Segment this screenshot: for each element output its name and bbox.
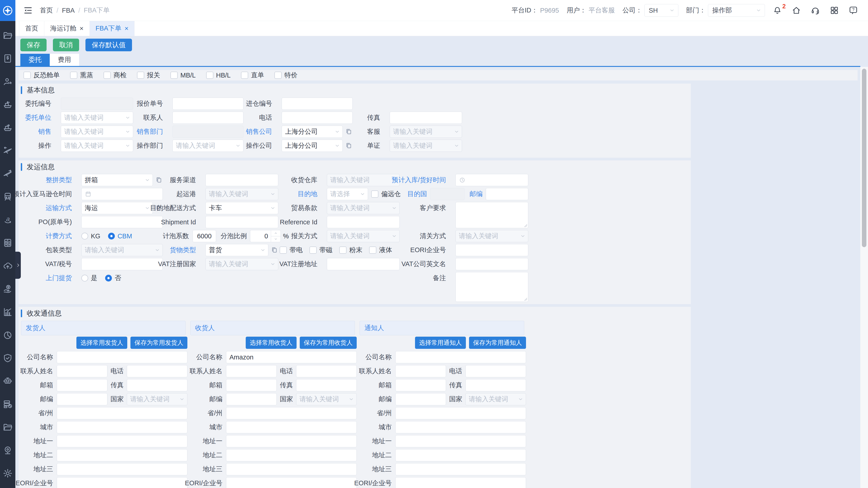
copy-icon[interactable] [271,246,278,254]
checkbox[interactable] [371,191,378,198]
radio-icon[interactable] [81,233,88,239]
consol-type-select[interactable]: 拼箱 [81,174,153,186]
checkbox[interactable] [274,72,282,79]
folder-icon[interactable] [3,31,13,40]
eori-input[interactable] [456,244,528,256]
bar-chart-icon[interactable] [3,307,13,317]
trade-terms-select[interactable]: 请输入关键词 [327,202,400,214]
shipper-email-input[interactable] [57,379,107,391]
notify-eori-input[interactable] [395,477,526,488]
vat-company-input[interactable] [456,258,528,270]
vat-no-input[interactable] [81,258,163,270]
select-common-shipper-button[interactable]: 选择常用发货人 [76,337,127,349]
consignee-addr1-input[interactable] [226,435,357,447]
checkbox[interactable] [309,247,317,254]
zip-input[interactable] [486,188,528,200]
consignee-addr2-input[interactable] [226,449,357,461]
checkbox[interactable] [206,72,213,79]
checkbox[interactable] [103,72,111,79]
page-tab-2[interactable]: 海运订舱× [44,21,90,36]
hand-coin-icon[interactable] [3,284,13,294]
consignee-contact-input[interactable] [226,365,277,377]
cargo-flag-checkbox-item[interactable]: 粉末 [339,246,362,255]
pickup-radio-是[interactable]: 是 [81,273,97,283]
notify-city-input[interactable] [395,421,526,433]
invoice-icon[interactable] [3,54,13,64]
remark-textarea[interactable] [456,272,528,302]
select-common-notify-button[interactable]: 选择常用通知人 [415,337,466,349]
consignee-eori-input[interactable] [226,477,357,488]
consignee-country-select[interactable]: 请输入关键词 [296,393,357,405]
notify-addr3-input[interactable] [395,463,526,475]
eta-amazon-input[interactable] [81,188,163,200]
form-tab-1[interactable]: 委托 [20,54,50,66]
notify-addr2-input[interactable] [395,449,526,461]
ship-import-icon[interactable] [3,100,13,109]
save-common-shipper-button[interactable]: 保存为常用发货人 [130,337,187,349]
checkbox[interactable] [280,247,287,254]
reference-id-input[interactable] [327,216,400,228]
shipper-addr1-input[interactable] [57,435,187,447]
copy-icon[interactable] [155,176,163,184]
headset-icon[interactable] [811,6,820,15]
flag-checkbox-item[interactable]: 反恐舱单 [24,71,60,80]
plane-import-icon[interactable] [3,146,13,156]
receive-warehouse-select[interactable]: 请输入关键词 [327,174,400,186]
checkbox[interactable] [24,72,31,79]
package-type-select[interactable]: 请输入关键词 [81,244,163,256]
form-tab-2[interactable]: 费用 [50,54,79,66]
home-icon[interactable] [792,6,801,15]
close-icon[interactable]: × [80,25,84,32]
foam-ratio-stepper[interactable]: 0 [250,230,281,242]
documentation-select[interactable]: 请输入关键词 [390,140,462,152]
robot-icon[interactable] [3,376,13,386]
radio-icon[interactable] [81,275,88,282]
billing-radio-kg[interactable]: KG [81,232,100,240]
checkbox[interactable] [369,247,376,254]
checkbox[interactable] [170,72,178,79]
notify-contact-input[interactable] [395,365,446,377]
amazon-icon[interactable]: a [3,215,13,225]
customs-clear-select[interactable]: 请输入关键词 [456,230,528,242]
shipper-fax-input[interactable] [127,379,187,391]
operator-department-select[interactable]: 请输入关键词 [173,140,243,152]
sales-select[interactable]: 请输入关键词 [61,126,133,138]
checkbox[interactable] [137,72,144,79]
sales-company-select[interactable]: 上海分公司 [282,126,343,138]
shipper-eori-input[interactable] [57,477,187,488]
cargo-flag-checkbox-item[interactable]: 液体 [369,246,392,255]
bell-icon[interactable]: 2 [773,6,782,15]
shipper-addr3-input[interactable] [57,463,187,475]
notify-zip-input[interactable] [395,393,446,405]
radio-icon[interactable] [108,233,115,239]
page-tab-1[interactable]: 首页 [19,21,44,36]
fax-input[interactable] [390,111,462,124]
warehouse-entry-no-input[interactable] [282,98,352,110]
shipper-zip-input[interactable] [57,393,107,405]
customer-req-textarea[interactable] [456,202,528,228]
shield-check-icon[interactable] [3,353,13,363]
plane-export-icon[interactable] [3,169,13,179]
contact-input[interactable] [173,111,243,124]
shipper-country-select[interactable]: 请输入关键词 [127,393,187,405]
flag-checkbox-item[interactable]: 报关 [137,71,160,80]
cargo-flag-checkbox-item[interactable]: 带磁 [309,246,333,255]
company-select[interactable]: SH [645,4,678,17]
checkbox[interactable] [339,247,346,254]
menu-collapse-icon[interactable] [23,5,33,15]
client-select[interactable]: 请输入关键词 [61,111,133,124]
page-tab-3[interactable]: FBA下单× [90,21,135,36]
shipper-province-input[interactable] [57,407,187,419]
shipper-phone-input[interactable] [127,365,187,377]
shipment-id-input[interactable] [206,216,278,228]
notify-province-input[interactable] [395,407,526,419]
cancel-button[interactable]: 取消 [53,39,79,51]
apps-icon[interactable] [830,6,839,15]
pickup-radio-否[interactable]: 否 [105,273,121,283]
cargo-type-select[interactable]: 普货 [206,244,268,256]
consignee-email-input[interactable] [226,379,277,391]
customer-icon[interactable] [3,76,13,87]
notify-company-input[interactable] [395,351,526,363]
flag-checkbox-item[interactable]: HB/L [206,72,230,79]
flag-checkbox-item[interactable]: MB/L [170,72,196,79]
